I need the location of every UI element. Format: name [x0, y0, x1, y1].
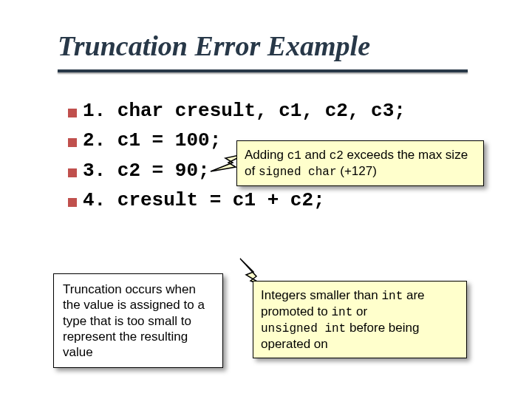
bullet-icon — [68, 138, 77, 147]
code-line-1: 1. char cresult, c1, c2, c3; — [68, 96, 532, 126]
note-text: Truncation occurs when the value is assi… — [63, 282, 205, 359]
code-inline: c2 — [330, 149, 344, 163]
callout-text: exceeds the max size — [344, 148, 468, 162]
code-inline: int — [331, 306, 352, 319]
callout-text: operated on — [261, 337, 328, 351]
slide: Truncation Error Example 1. char cresult… — [0, 0, 532, 399]
code-line-4: 4. cresult = c1 + c2; — [68, 185, 532, 215]
code-text-4: 4. cresult = c1 + c2; — [83, 185, 325, 215]
callout-text: (+127) — [337, 164, 377, 178]
callout-text: are — [403, 288, 424, 302]
code-inline: signed char — [259, 166, 337, 179]
code-inline: c1 — [287, 149, 301, 163]
callout-text: or — [352, 304, 367, 318]
code-inline: int — [381, 290, 403, 303]
code-text-3: 3. c2 = 90; — [83, 156, 210, 185]
bullet-icon — [68, 168, 77, 177]
callout-text: before being — [346, 321, 419, 335]
code-text-1: 1. char cresult, c1, c2, c3; — [83, 96, 406, 126]
callout-text: promoted to — [261, 304, 331, 318]
note-truncation: Truncation occurs when the value is assi… — [53, 273, 223, 368]
callout-promotion: Integers smaller than int are promoted t… — [253, 281, 467, 358]
callout-text: Adding — [245, 148, 287, 162]
callout-text: and — [301, 148, 330, 162]
title-underline — [58, 69, 468, 72]
code-inline: unsigned int — [261, 322, 346, 335]
callout-text: Integers smaller than — [261, 288, 381, 302]
code-text-2: 2. c1 = 100; — [83, 126, 221, 155]
bullet-icon — [68, 109, 77, 117]
bullet-icon — [68, 198, 77, 207]
slide-title: Truncation Error Example — [58, 30, 532, 66]
callout-text: of — [245, 164, 259, 178]
callout-max-size: Adding c1 and c2 exceeds the max size of… — [236, 140, 484, 186]
